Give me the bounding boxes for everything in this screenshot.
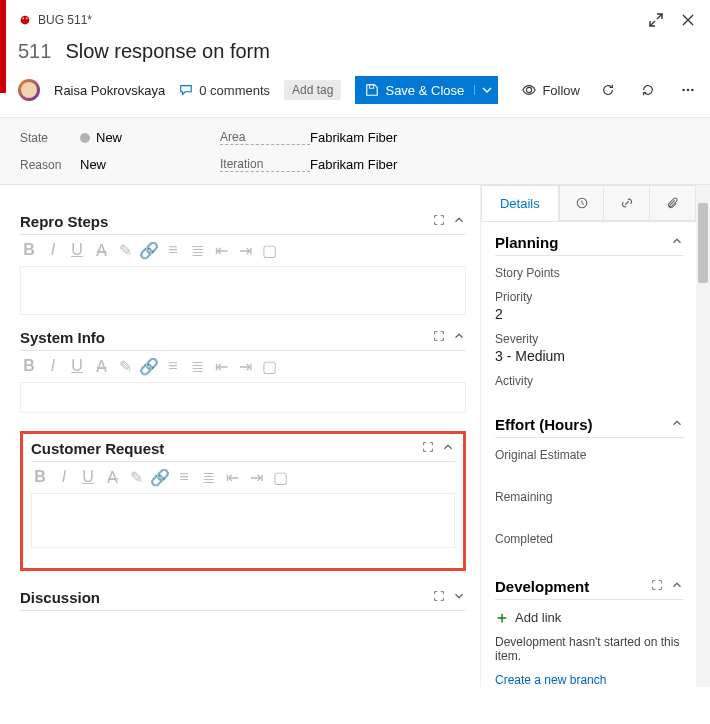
more-icon[interactable] <box>676 78 700 102</box>
fullscreen-icon[interactable] <box>644 8 668 32</box>
add-tag-button[interactable]: Add tag <box>284 80 341 100</box>
bullet-list-icon[interactable]: ≡ <box>164 357 182 376</box>
scrollbar-thumb[interactable] <box>698 203 708 283</box>
chevron-up-icon[interactable] <box>670 416 684 433</box>
assignee-name[interactable]: Raisa Pokrovskaya <box>54 83 165 98</box>
reason-value[interactable]: New <box>80 157 220 172</box>
add-link-button[interactable]: Add link <box>495 610 684 625</box>
original-estimate-label: Original Estimate <box>495 448 684 462</box>
avatar[interactable] <box>18 79 40 101</box>
customer-request-highlight: Customer Request B I U A̶ ✎ 🔗 ≡ ≣ ⇤ ⇥ ▢ <box>20 431 466 571</box>
number-list-icon[interactable]: ≣ <box>199 468 217 487</box>
chevron-up-icon[interactable] <box>452 329 466 346</box>
close-icon[interactable] <box>676 8 700 32</box>
chevron-up-icon[interactable] <box>441 440 455 457</box>
svg-point-5 <box>682 89 684 91</box>
svg-point-1 <box>22 17 24 19</box>
bold-icon[interactable]: B <box>31 468 49 487</box>
completed-label: Completed <box>495 532 684 546</box>
expand-icon[interactable] <box>432 213 446 230</box>
work-item-title[interactable]: Slow response on form <box>65 40 270 63</box>
chevron-up-icon[interactable] <box>452 213 466 230</box>
left-accent-bar <box>0 0 6 93</box>
add-link-label: Add link <box>515 610 561 625</box>
tab-attachments[interactable] <box>650 185 696 221</box>
image-icon[interactable]: ▢ <box>271 468 289 487</box>
tab-details[interactable]: Details <box>481 185 559 221</box>
rte-toolbar[interactable]: B I U A̶ ✎ 🔗 ≡ ≣ ⇤ ⇥ ▢ <box>31 462 455 494</box>
bullet-list-icon[interactable]: ≡ <box>164 241 182 260</box>
indent-icon[interactable]: ⇥ <box>236 357 254 376</box>
state-value[interactable]: New <box>80 130 220 145</box>
outdent-icon[interactable]: ⇤ <box>223 468 241 487</box>
remaining-label: Remaining <box>495 490 684 504</box>
undo-icon[interactable] <box>636 78 660 102</box>
outdent-icon[interactable]: ⇤ <box>212 357 230 376</box>
effort-heading: Effort (Hours) <box>495 416 593 433</box>
svg-point-6 <box>687 89 689 91</box>
font-color-icon[interactable]: A̶ <box>103 468 121 487</box>
chevron-up-icon[interactable] <box>670 578 684 595</box>
reason-label: Reason <box>20 158 80 172</box>
image-icon[interactable]: ▢ <box>260 241 278 260</box>
activity-label: Activity <box>495 374 684 388</box>
system-info-editor[interactable] <box>20 383 466 413</box>
clear-format-icon[interactable]: ✎ <box>116 241 134 260</box>
italic-icon[interactable]: I <box>44 357 62 376</box>
outdent-icon[interactable]: ⇤ <box>212 241 230 260</box>
font-color-icon[interactable]: A̶ <box>92 241 110 260</box>
bold-icon[interactable]: B <box>20 357 38 376</box>
chevron-up-icon[interactable] <box>670 234 684 251</box>
customer-request-editor[interactable] <box>31 494 455 548</box>
priority-value[interactable]: 2 <box>495 306 684 322</box>
follow-label: Follow <box>542 83 580 98</box>
expand-icon[interactable] <box>421 440 435 457</box>
link-icon[interactable]: 🔗 <box>151 468 169 487</box>
expand-icon[interactable] <box>432 589 446 606</box>
comments-button[interactable]: 0 comments <box>179 83 270 98</box>
underline-icon[interactable]: U <box>79 468 97 487</box>
italic-icon[interactable]: I <box>44 241 62 260</box>
italic-icon[interactable]: I <box>55 468 73 487</box>
indent-icon[interactable]: ⇥ <box>247 468 265 487</box>
expand-icon[interactable] <box>432 329 446 346</box>
svg-point-4 <box>527 87 532 92</box>
underline-icon[interactable]: U <box>68 241 86 260</box>
create-branch-link[interactable]: Create a new branch <box>495 673 684 687</box>
link-icon[interactable]: 🔗 <box>140 241 158 260</box>
svg-point-2 <box>26 17 28 19</box>
repro-steps-editor[interactable] <box>20 267 466 315</box>
scrollbar[interactable] <box>696 185 710 687</box>
iteration-value[interactable]: Fabrikam Fiber <box>310 157 690 172</box>
follow-button[interactable]: Follow <box>522 83 580 98</box>
severity-value[interactable]: 3 - Medium <box>495 348 684 364</box>
bug-icon <box>18 13 32 27</box>
discussion-heading: Discussion <box>20 589 100 606</box>
area-value[interactable]: Fabrikam Fiber <box>310 130 690 145</box>
svg-point-0 <box>21 16 30 25</box>
bullet-list-icon[interactable]: ≡ <box>175 468 193 487</box>
rte-toolbar[interactable]: B I U A̶ ✎ 🔗 ≡ ≣ ⇤ ⇥ ▢ <box>20 351 466 383</box>
link-icon[interactable]: 🔗 <box>140 357 158 376</box>
clear-format-icon[interactable]: ✎ <box>127 468 145 487</box>
chevron-down-icon[interactable] <box>452 589 466 606</box>
system-info-heading: System Info <box>20 329 105 346</box>
iteration-label: Iteration <box>220 157 310 172</box>
underline-icon[interactable]: U <box>68 357 86 376</box>
state-dot-icon <box>80 133 90 143</box>
save-dropdown[interactable] <box>474 85 498 95</box>
repro-steps-heading: Repro Steps <box>20 213 108 230</box>
bold-icon[interactable]: B <box>20 241 38 260</box>
number-list-icon[interactable]: ≣ <box>188 357 206 376</box>
clear-format-icon[interactable]: ✎ <box>116 357 134 376</box>
indent-icon[interactable]: ⇥ <box>236 241 254 260</box>
image-icon[interactable]: ▢ <box>260 357 278 376</box>
expand-icon[interactable] <box>650 578 664 595</box>
font-color-icon[interactable]: A̶ <box>92 357 110 376</box>
tab-history[interactable] <box>559 185 605 221</box>
tab-links[interactable] <box>604 185 650 221</box>
number-list-icon[interactable]: ≣ <box>188 241 206 260</box>
refresh-icon[interactable] <box>596 78 620 102</box>
save-close-button[interactable]: Save & Close <box>355 76 498 104</box>
rte-toolbar[interactable]: B I U A̶ ✎ 🔗 ≡ ≣ ⇤ ⇥ ▢ <box>20 235 466 267</box>
